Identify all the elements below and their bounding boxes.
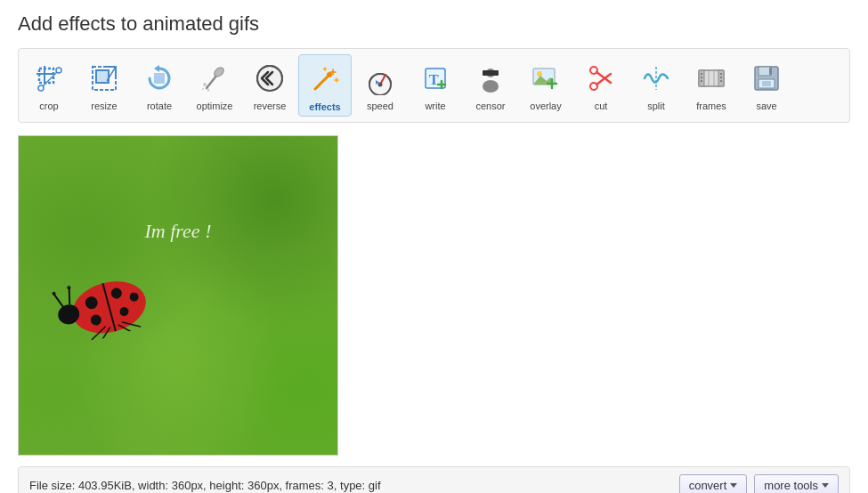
page-wrapper: Add effects to animated gifs crop — [0, 0, 868, 493]
svg-rect-0 — [39, 69, 53, 83]
cut-label: cut — [595, 101, 608, 111]
svg-point-27 — [378, 83, 383, 87]
tool-censor[interactable]: censor — [464, 54, 517, 117]
svg-point-14 — [202, 88, 204, 90]
gif-preview: Im free ! — [18, 135, 338, 456]
tool-save[interactable]: save — [740, 54, 793, 117]
file-info: File size: 403.95KiB, width: 360px, heig… — [29, 479, 672, 492]
optimize-label: optimize — [197, 101, 233, 111]
censor-label: censor — [475, 101, 505, 111]
frames-label: frames — [696, 101, 726, 111]
svg-point-13 — [207, 89, 210, 92]
svg-line-42 — [596, 74, 611, 85]
save-label: save — [756, 101, 776, 111]
handwriting-text: Im free ! — [145, 220, 212, 243]
tool-cut[interactable]: cut — [574, 54, 628, 117]
svg-line-69 — [54, 293, 63, 308]
toolbar: crop resize rot — [18, 48, 850, 123]
svg-point-34 — [483, 80, 499, 93]
rotate-label: rotate — [147, 101, 172, 111]
tool-overlay[interactable]: overlay — [519, 54, 572, 117]
crop-label: crop — [39, 101, 58, 111]
convert-chevron-icon — [730, 483, 737, 488]
svg-rect-58 — [769, 68, 772, 75]
censor-icon — [470, 58, 511, 99]
svg-rect-52 — [720, 77, 722, 78]
resize-label: resize — [91, 101, 117, 111]
svg-rect-53 — [720, 80, 722, 82]
tool-rotate[interactable]: rotate — [133, 54, 186, 117]
cut-icon — [580, 58, 621, 99]
effects-label: effects — [309, 101, 340, 112]
overlay-icon — [525, 58, 566, 99]
svg-rect-51 — [720, 73, 722, 75]
tool-effects[interactable]: effects — [298, 54, 352, 117]
frames-icon — [691, 58, 732, 99]
crop-icon — [28, 58, 69, 99]
svg-line-17 — [315, 75, 329, 89]
speed-icon — [360, 58, 401, 99]
save-icon — [746, 58, 787, 99]
status-bar: File size: 403.95KiB, width: 360px, heig… — [18, 466, 850, 493]
tool-optimize[interactable]: optimize — [188, 54, 241, 117]
tool-resize[interactable]: resize — [77, 54, 131, 117]
page-title: Add effects to animated gifs — [18, 12, 850, 36]
speed-label: speed — [367, 101, 393, 111]
svg-line-43 — [596, 72, 611, 83]
effects-icon — [304, 59, 345, 100]
tool-write[interactable]: T write — [409, 54, 462, 117]
svg-rect-48 — [701, 73, 702, 75]
svg-rect-60 — [762, 81, 771, 86]
svg-line-70 — [66, 288, 73, 303]
write-icon: T — [415, 58, 456, 99]
more-tools-button[interactable]: more tools — [754, 474, 839, 493]
svg-point-18 — [327, 72, 332, 77]
tool-split[interactable]: split — [629, 54, 683, 117]
main-area: Im free ! — [18, 135, 850, 456]
rotate-icon — [139, 58, 180, 99]
reverse-label: reverse — [254, 101, 287, 111]
optimize-icon — [194, 58, 235, 99]
tool-crop[interactable]: crop — [22, 54, 76, 117]
write-label: write — [425, 101, 445, 111]
convert-label: convert — [689, 479, 727, 492]
svg-rect-49 — [701, 77, 702, 78]
resize-icon — [84, 58, 125, 99]
svg-point-37 — [537, 71, 542, 77]
overlay-label: overlay — [530, 101, 561, 111]
svg-rect-57 — [758, 67, 771, 76]
tool-reverse[interactable]: reverse — [243, 54, 296, 117]
split-label: split — [647, 101, 665, 111]
svg-point-12 — [203, 83, 207, 86]
more-tools-label: more tools — [764, 479, 818, 492]
svg-point-72 — [67, 286, 71, 290]
svg-rect-9 — [154, 73, 165, 84]
svg-rect-50 — [701, 80, 702, 82]
convert-button[interactable]: convert — [679, 474, 748, 493]
split-icon — [636, 58, 677, 99]
tool-frames[interactable]: frames — [685, 54, 738, 117]
tool-speed[interactable]: speed — [353, 54, 407, 117]
svg-rect-35 — [483, 70, 499, 76]
reverse-icon — [249, 58, 290, 99]
more-tools-chevron-icon — [822, 483, 829, 488]
